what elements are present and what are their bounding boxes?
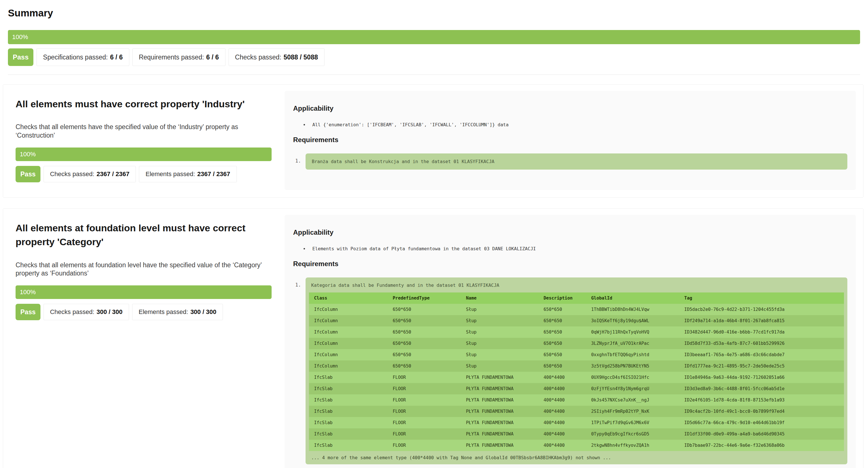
applicability-heading: Applicability: [293, 105, 847, 112]
table-cell: ID3482d447-96d0-416e-b6bb-77cd1fc917da: [679, 326, 844, 338]
summary-progress-bar: 100%: [8, 30, 860, 44]
table-cell: Słup: [461, 360, 538, 372]
requirement-number: 1.: [293, 153, 301, 170]
stat-label: Checks passed:: [235, 54, 281, 61]
spec-description: Checks that all elements have the specif…: [16, 123, 270, 140]
table-cell: 2SIiyh4Fr9mRp02tYP_NxK: [586, 406, 679, 417]
table-cell: PŁYTA FUNDAMENTOWA: [461, 394, 538, 406]
column-header: Tag: [679, 292, 844, 304]
table-row: IfcColumn650*650Słup650*6500xxghnTbfETQQ…: [309, 349, 844, 360]
spec-progress-label: 100%: [20, 289, 36, 296]
stat-value: 2367 / 2367: [197, 170, 230, 178]
table-row: IfcSlabFLOORPŁYTA FUNDAMENTOWA400*44002S…: [309, 406, 844, 417]
table-cell: PŁYTA FUNDAMENTOWA: [461, 372, 538, 383]
table-cell: Słup: [461, 349, 538, 360]
table-cell: Słup: [461, 326, 538, 338]
table-cell: 0Typy0qEb9cgIfkcr6sGD5: [586, 428, 679, 440]
spec-stat-elements: Elements passed: 2367 / 2367: [139, 166, 237, 182]
table-cell: Słup: [461, 338, 538, 349]
stat-value: 6 / 6: [110, 54, 123, 61]
applicability-heading: Applicability: [293, 229, 847, 236]
spec-status-row: Pass Checks passed: 300 / 300 Elements p…: [16, 304, 272, 320]
table-cell: 650*650: [538, 338, 586, 349]
requirement-number: 1.: [293, 277, 301, 464]
table-row: IfcSlabFLOORPŁYTA FUNDAMENTOWA400*44001T…: [309, 417, 844, 428]
table-cell: 1TPiTwPif7d9qGv6JM6x6V: [586, 417, 679, 428]
applicability-list: Elements with Poziom data of Płyta funda…: [293, 246, 847, 252]
table-cell: PŁYTA FUNDAMENTOWA: [461, 440, 538, 451]
stat-value: 300 / 300: [96, 308, 123, 316]
spec-progress-bar: 100%: [16, 285, 272, 299]
table-cell: ID1e84946a-9a63-44da-9192-712602051a66: [679, 372, 844, 383]
table-cell: IfcColumn: [309, 315, 388, 326]
table-row: IfcColumn650*650Słup650*6503oIQSKeTf6j8y…: [309, 315, 844, 326]
table-cell: IfcColumn: [309, 349, 388, 360]
table-cell: 0kJs457NXCse7uXnK__ngJ: [586, 394, 679, 406]
spec-status-badge: Pass: [16, 166, 40, 182]
table-cell: 3oIQSKeTf6j8y19dgu$AWL: [586, 315, 679, 326]
spec-stat-checks: Checks passed: 300 / 300: [43, 304, 129, 320]
table-cell: 650*650: [388, 315, 461, 326]
results-table-body: IfcColumn650*650Słup650*6501ThBBWTibD8hD…: [309, 304, 844, 451]
table-row: IfcColumn650*650Słup650*6503z5tVgd258bPN…: [309, 360, 844, 372]
table-cell: FLOOR: [388, 394, 461, 406]
table-row: IfcSlabFLOORPŁYTA FUNDAMENTOWA400*44000U…: [309, 372, 844, 383]
table-cell: IfcSlab: [309, 383, 388, 394]
table-cell: 650*650: [538, 360, 586, 372]
summary-stat-requirements: Requirements passed: 6 / 6: [132, 49, 225, 66]
table-cell: IDd58d7f33-d53a-4afb-87c7-601bb5299926: [679, 338, 844, 349]
table-cell: IfcSlab: [309, 417, 388, 428]
results-table-head-row: ClassPredefinedTypeNameDescriptionGlobal…: [309, 292, 844, 304]
stat-label: Checks passed:: [50, 170, 94, 178]
table-cell: FLOOR: [388, 406, 461, 417]
section-divider: [8, 75, 860, 75]
requirements-heading: Requirements: [293, 136, 847, 144]
stat-label: Elements passed:: [146, 170, 195, 178]
table-cell: ID3d3ed8a9-3b6c-4488-8f01-5fcc06ab5d1e: [679, 383, 844, 394]
table-cell: IfcSlab: [309, 372, 388, 383]
table-cell: 650*650: [388, 338, 461, 349]
table-cell: 650*650: [388, 360, 461, 372]
requirement-item: 1. Branża data shall be Konstrukcja and …: [293, 153, 847, 170]
stat-value: 6 / 6: [206, 54, 219, 61]
table-cell: IDb7baae97-22bc-44e6-9a6e-f32e6368a06b: [679, 440, 844, 451]
table-cell: 2tkgwN8hn4vffkyovZQA1h: [586, 440, 679, 451]
table-cell: 400*4400: [538, 428, 586, 440]
table-cell: 650*650: [388, 349, 461, 360]
spec-status-badge: Pass: [16, 304, 40, 320]
specification-card-category: All elements at foundation level must ha…: [3, 208, 864, 468]
table-footer-note: ... 4 more of the same element type (400…: [309, 451, 844, 463]
requirement-box: Kategoria data shall be Fundamenty and i…: [306, 277, 847, 464]
stat-value: 5088 / 5088: [283, 54, 318, 61]
table-cell: 650*650: [538, 315, 586, 326]
spec-stat-checks: Checks passed: 2367 / 2367: [43, 166, 136, 182]
requirement-item: 1. Kategoria data shall be Fundamenty an…: [293, 277, 847, 464]
table-cell: FLOOR: [388, 417, 461, 428]
table-cell: IfcColumn: [309, 338, 388, 349]
spec-progress-label: 100%: [20, 151, 36, 158]
table-row: IfcSlabFLOORPŁYTA FUNDAMENTOWA400*44002t…: [309, 440, 844, 451]
spec-title: All elements at foundation level must ha…: [16, 221, 267, 249]
table-cell: 3z5tVgd258bPN7BUKEtYN5: [586, 360, 679, 372]
column-header: GlobalId: [586, 292, 679, 304]
table-cell: PŁYTA FUNDAMENTOWA: [461, 406, 538, 417]
table-cell: 0xxghnTbfETQQ6qyPishtd: [586, 349, 679, 360]
table-cell: ID5dacb2e0-76c9-4d22-b371-1204c455fd3a: [679, 304, 844, 315]
table-cell: IfcSlab: [309, 440, 388, 451]
requirement-text: Branża data shall be Konstrukcja and in …: [310, 158, 843, 165]
applicability-item: Elements with Poziom data of Płyta funda…: [308, 246, 847, 252]
spec-stat-elements: Elements passed: 300 / 300: [132, 304, 223, 320]
table-cell: 0UX9HgccD4sf6ISIO21Hfc: [586, 372, 679, 383]
stat-value: 2367 / 2367: [96, 170, 129, 178]
table-cell: 3LZNyprJfA_uV7O1krAPac: [586, 338, 679, 349]
spec-detail-panel: Applicability Elements with Poziom data …: [285, 215, 856, 468]
table-cell: 400*4400: [538, 372, 586, 383]
spec-summary-column: All elements must have correct property …: [16, 91, 272, 190]
table-row: IfcSlabFLOORPŁYTA FUNDAMENTOWA400*44000T…: [309, 428, 844, 440]
report-page: Summary 100% Pass Specifications passed:…: [0, 0, 868, 468]
specification-card-industry: All elements must have correct property …: [3, 84, 864, 198]
summary-progress-label: 100%: [12, 33, 28, 41]
spec-progress-bar: 100%: [16, 147, 272, 161]
requirements-heading: Requirements: [293, 260, 847, 268]
spec-detail-panel: Applicability All {'enumeration': ['IFCB…: [285, 91, 856, 190]
